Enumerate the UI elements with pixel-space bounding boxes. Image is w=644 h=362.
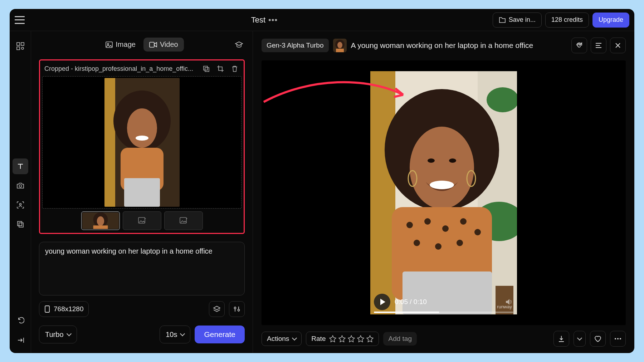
svg-rect-23: [93, 225, 108, 229]
add-tag-button[interactable]: Add tag: [383, 332, 417, 346]
svg-point-53: [457, 240, 463, 246]
more-button[interactable]: [610, 331, 626, 347]
svg-point-27: [234, 307, 236, 309]
watermark: runway: [497, 304, 512, 309]
prompt-text: young woman working on her laptop in a h…: [45, 247, 213, 255]
generate-button[interactable]: Generate: [195, 326, 245, 343]
actions-label: Actions: [267, 335, 289, 343]
layers-button[interactable]: [209, 301, 225, 317]
svg-point-3: [21, 47, 24, 49]
svg-rect-6: [18, 221, 22, 226]
svg-point-41: [449, 158, 456, 163]
collapse-icon[interactable]: [13, 332, 28, 348]
result-footer: Actions Rate Add tag: [262, 331, 626, 347]
duration-dropdown[interactable]: 10s: [160, 326, 190, 343]
svg-point-56: [615, 338, 616, 339]
duplicate-icon[interactable]: [201, 64, 211, 73]
tab-image[interactable]: Image: [100, 38, 141, 52]
rate-label: Rate: [311, 335, 326, 343]
star-icon[interactable]: [366, 335, 374, 342]
dimensions-label: 768x1280: [54, 305, 83, 313]
person-tool-icon[interactable]: [13, 197, 28, 213]
input-canvas[interactable]: [42, 76, 241, 209]
svg-point-40: [428, 158, 435, 163]
result-source-thumb[interactable]: [333, 39, 347, 52]
settings-button[interactable]: [229, 301, 245, 317]
add-tag-label: Add tag: [388, 335, 412, 343]
save-in-button[interactable]: Save in...: [493, 13, 542, 28]
svg-point-52: [435, 243, 441, 250]
video-frame: [370, 71, 517, 314]
upgrade-button[interactable]: Upgrade: [592, 13, 629, 28]
svg-rect-32: [336, 49, 344, 52]
layers-tool-icon[interactable]: [13, 216, 28, 232]
left-rail: [10, 31, 31, 353]
tab-video[interactable]: Video: [143, 38, 184, 52]
frame-thumb-2[interactable]: [123, 211, 161, 230]
svg-point-4: [19, 185, 21, 187]
frame-thumb-3[interactable]: [164, 211, 203, 230]
folder-icon: [499, 17, 506, 23]
text-tool-icon[interactable]: [13, 158, 28, 174]
svg-rect-26: [45, 306, 49, 312]
input-image-filename: Cropped - kirstipop_professional_in_a_ho…: [44, 65, 196, 73]
trash-icon[interactable]: [230, 64, 239, 73]
favorite-button[interactable]: [590, 331, 606, 347]
left-panel: Image Video Cropped - kirstipop_professi…: [31, 31, 253, 353]
svg-rect-14: [104, 78, 115, 207]
star-icon[interactable]: [348, 335, 355, 342]
education-icon[interactable]: [235, 41, 243, 48]
svg-point-39: [410, 127, 474, 209]
svg-rect-34: [370, 71, 395, 314]
image-input-card: Cropped - kirstipop_professional_in_a_ho…: [39, 59, 245, 234]
star-icon[interactable]: [329, 335, 336, 342]
close-button[interactable]: [610, 38, 626, 53]
tab-video-label: Video: [160, 40, 178, 49]
progress-bar[interactable]: [374, 312, 513, 313]
download-button[interactable]: [553, 331, 569, 347]
undo-icon[interactable]: [13, 312, 28, 328]
svg-point-49: [460, 218, 467, 225]
chevron-down-icon: [577, 336, 582, 341]
play-button[interactable]: [374, 294, 390, 310]
credits-button[interactable]: 128 credits: [545, 13, 589, 28]
project-title[interactable]: Test: [251, 15, 265, 25]
svg-point-17: [136, 136, 148, 141]
svg-point-50: [474, 229, 481, 235]
frame-thumb-1[interactable]: [81, 211, 120, 230]
svg-point-28: [238, 309, 240, 311]
generate-label: Generate: [204, 330, 235, 338]
svg-rect-0: [17, 43, 20, 45]
svg-point-47: [424, 218, 431, 225]
save-label: Save in...: [509, 16, 536, 24]
prompt-input[interactable]: young woman working on her laptop in a h…: [39, 242, 245, 295]
star-icon[interactable]: [338, 335, 346, 342]
rate-chip[interactable]: Rate: [306, 332, 379, 346]
star-rating[interactable]: [329, 335, 374, 342]
dimensions-chip[interactable]: 768x1280: [39, 301, 89, 317]
svg-point-58: [620, 338, 621, 339]
duration-label: 10s: [166, 331, 177, 339]
svg-rect-10: [150, 42, 154, 47]
camera-tool-icon[interactable]: [13, 178, 28, 194]
crop-icon[interactable]: [216, 64, 225, 73]
star-icon[interactable]: [357, 335, 364, 342]
assets-icon[interactable]: [13, 38, 28, 54]
list-button[interactable]: [591, 38, 606, 53]
svg-rect-12: [205, 68, 209, 72]
svg-rect-19: [124, 178, 160, 207]
svg-point-48: [442, 225, 449, 232]
model-dropdown[interactable]: Turbo: [39, 326, 77, 343]
more-icon[interactable]: •••: [268, 15, 278, 25]
refresh-button[interactable]: [571, 38, 587, 53]
download-options-button[interactable]: [574, 331, 586, 347]
svg-point-16: [127, 108, 157, 148]
svg-rect-8: [106, 42, 112, 48]
menu-icon[interactable]: [15, 16, 25, 24]
actions-dropdown[interactable]: Actions: [262, 332, 302, 346]
app-window: Test ••• Save in... 128 credits Upgrade: [10, 9, 634, 353]
video-preview[interactable]: 0:05 / 0:10 runway: [262, 60, 626, 325]
chevron-down-icon: [292, 336, 297, 341]
svg-rect-11: [204, 66, 208, 70]
chevron-down-icon: [180, 331, 185, 336]
